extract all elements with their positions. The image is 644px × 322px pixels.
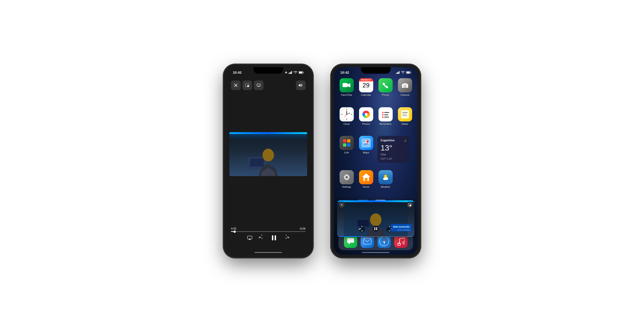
calendar-inner: MONDAY 29 [359,78,373,92]
messages-svg [347,238,354,245]
home-label: Home [363,186,369,188]
svg-point-88 [373,226,379,232]
notes-app[interactable]: Notes [397,107,413,125]
notes-svg [401,110,409,119]
calendar-label: Calendar [361,94,371,96]
signal-icon-right [396,71,400,74]
svg-rect-27 [398,72,398,74]
camera-app[interactable]: Camera [397,78,413,96]
photos-label: Photos [362,122,370,125]
camera-icon [398,78,412,92]
ilife-app[interactable]: iLife [338,136,355,154]
pip-button[interactable] [242,80,252,90]
pip-forward-label: 15 [388,230,390,232]
pip-expand-button[interactable] [407,202,412,208]
svg-marker-21 [260,236,261,238]
svg-rect-25 [396,73,397,74]
music-svg [397,237,404,246]
weather-app-label: Weather [381,186,390,188]
pip-icon [246,84,249,87]
reminders-svg [380,109,390,120]
reminders-app[interactable]: Reminders [377,107,394,125]
cal-month: MONDAY [359,78,373,82]
weather-app-icon [378,170,393,184]
home-screen: 10:42 [334,67,418,255]
svg-rect-50 [384,114,388,115]
volume-button[interactable] [296,80,306,90]
svg-rect-58 [347,139,350,142]
remaining-time: -8:06 [299,227,306,230]
svg-point-66 [346,176,348,178]
pip-rewind[interactable]: 15 [358,226,366,233]
phone-app[interactable]: Phone [377,78,394,96]
pip-pause-icon [372,225,379,232]
location-icon [285,71,287,74]
airplay-button[interactable] [254,80,264,90]
home-svg [362,173,370,182]
video-scene [230,132,307,176]
svg-rect-52 [384,117,389,118]
pip-pause[interactable] [372,225,379,233]
maps-app[interactable]: 280 Maps [358,136,374,154]
svg-point-99 [398,243,400,246]
app-row-3: iLife [338,136,413,163]
weather-app[interactable]: Weather [377,170,394,188]
weather-widget-container[interactable]: Cupertino 🌙 13° Clear H:27° L:13° [377,136,413,163]
pip-progress-bar [337,236,414,237]
settings-app[interactable]: Settings [338,170,355,188]
calendar-icon: MONDAY 29 [359,78,373,92]
progress-bar[interactable] [231,231,306,232]
reminders-label: Reminders [380,122,392,125]
photos-icon [359,107,373,122]
svg-marker-98 [383,241,385,244]
svg-rect-93 [364,238,371,244]
svg-rect-54 [402,112,408,113]
pip-close-button[interactable]: ✕ [339,202,344,208]
phone-svg [382,82,389,89]
pip-video[interactable]: ✕ [337,200,414,237]
close-button[interactable] [231,80,240,90]
left-controls [231,80,264,90]
svg-rect-82 [344,200,408,202]
facetime-app[interactable]: FaceTime [338,78,355,96]
svg-rect-33 [342,83,348,87]
home-indicator [254,252,282,253]
wifi-icon-right [401,71,405,74]
maps-label: Maps [363,151,369,154]
app-row-4: Settings Home [338,170,413,188]
pause-button[interactable] [272,235,276,241]
svg-point-51 [382,116,384,118]
home-indicator-right [362,252,390,253]
calendar-app[interactable]: MONDAY 29 Calendar [358,78,374,96]
svg-rect-6 [303,72,304,73]
left-screen: 10:42 [226,67,310,255]
weather-temp: 13° [380,144,406,152]
safari-svg [379,236,389,246]
notes-label: Notes [402,122,408,125]
svg-point-62 [366,140,369,143]
svg-rect-28 [399,71,400,74]
weather-condition: Clear [380,153,406,156]
svg-rect-31 [411,72,411,73]
battery-icon [299,71,304,74]
progress-bar-container: 0:05 -8:06 [231,227,306,232]
close-icon [234,84,238,87]
svg-rect-23 [275,235,276,240]
pip-rewind-icon [358,226,366,233]
rewind-label: 15 [261,238,263,239]
video-player-screen: 10:42 [226,67,310,255]
home-app[interactable]: Home [358,170,374,188]
svg-point-29 [403,73,404,74]
right-phone: 10:42 [331,64,420,258]
svg-rect-48 [384,112,389,113]
photos-app[interactable]: Photos [358,107,374,125]
clock-app[interactable]: Clock [338,107,355,125]
rewind-15-button[interactable]: 15 [259,235,265,241]
cal-day: 29 [362,82,370,89]
weather-range: H:27° L:13° [380,158,406,160]
photos-svg [361,109,371,120]
mail-svg [363,238,372,244]
forward-15-button[interactable]: 15 [283,235,289,241]
left-phone: 10:42 [224,64,313,258]
airplay-tv-button[interactable] [247,236,252,240]
